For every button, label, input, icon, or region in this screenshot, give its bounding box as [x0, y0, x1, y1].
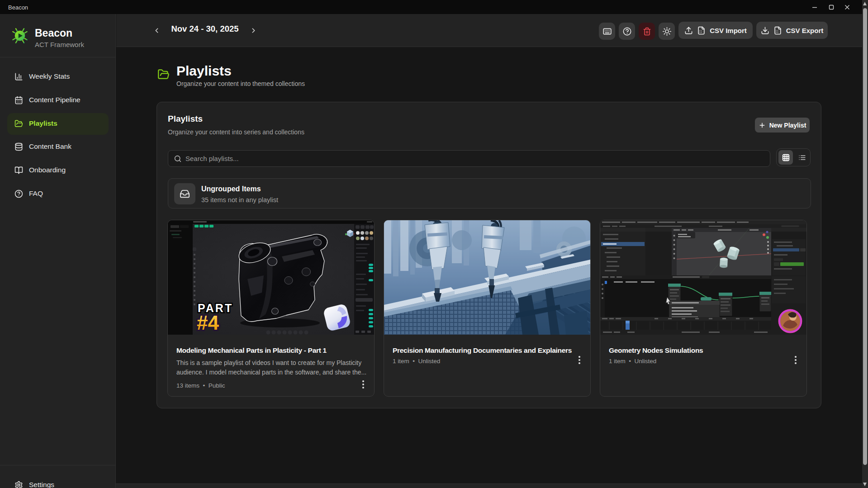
svg-text:#4: #4 — [197, 312, 219, 334]
